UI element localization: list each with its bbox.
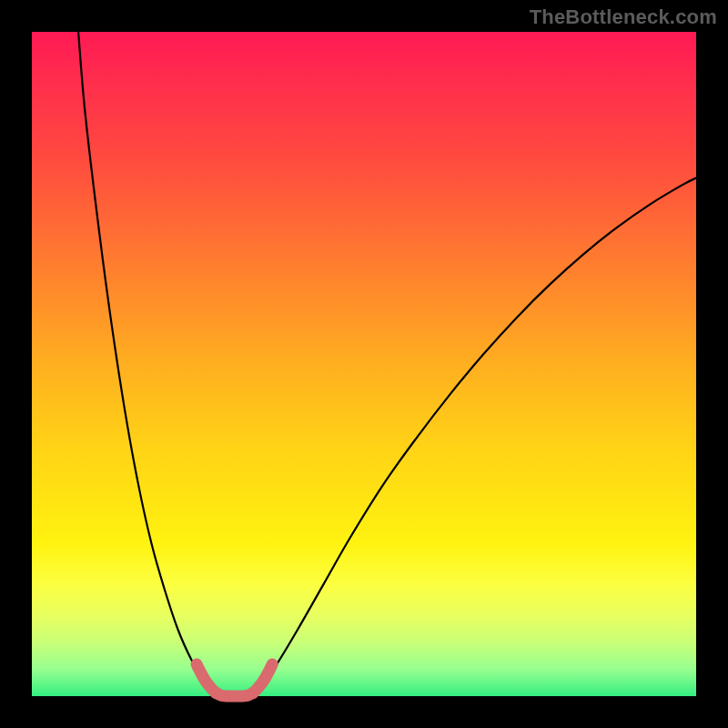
plot-area [32,32,696,696]
right-curve [257,178,696,694]
curve-layer [32,32,696,696]
left-curve [78,32,212,694]
watermark-text: TheBottleneck.com [530,5,717,29]
chart-frame: TheBottleneck.com [0,0,728,728]
highlight-right [253,664,272,693]
